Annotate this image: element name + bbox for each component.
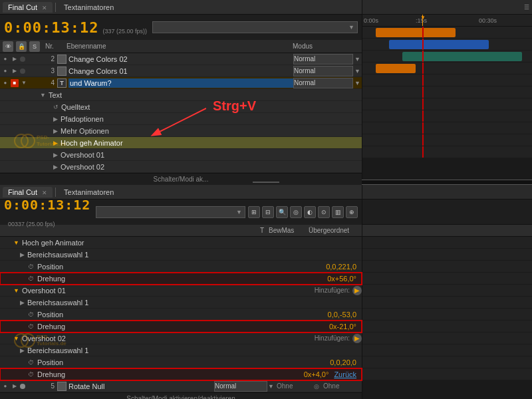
stopwatch-icon-drehung2[interactable]: ⏱ xyxy=(27,323,35,331)
stopwatch-icon-pos1[interactable]: ⏱ xyxy=(27,263,35,271)
visibility-icon-2[interactable]: ● xyxy=(1,55,9,63)
tl-playhead-top: ▼ xyxy=(422,15,423,26)
stopwatch-icon-drehung1[interactable]: ⏱ xyxy=(27,275,35,283)
tl-row-11 xyxy=(362,134,532,146)
expand-icon-2[interactable]: ▶ xyxy=(11,55,19,63)
tree-text-expand[interactable]: ▼ Text xyxy=(0,89,362,101)
stopwatch-icon-pos3[interactable]: ⏱ xyxy=(27,358,35,366)
bottom-fps-info: 00337 (25.00 fps) xyxy=(8,221,90,227)
toolbar-icon-eye[interactable]: 👁 xyxy=(3,41,13,52)
drehung2-label: Drehung xyxy=(37,323,303,331)
layer5-expand-icon[interactable]: ▶ xyxy=(11,382,19,390)
modus-select-4[interactable]: Normal xyxy=(293,78,353,88)
position3-value: 0,0,20,0 xyxy=(303,358,356,366)
layer-row-3[interactable]: ● ▶ 3 Change Colors 01 Normal ▼ xyxy=(0,65,362,77)
bt-icon-2[interactable]: ⊟ xyxy=(262,206,274,218)
anim-bereich3[interactable]: ▶ Bereichsauswahl 1 xyxy=(0,344,362,356)
hinzu2-button[interactable]: ▶ xyxy=(352,334,362,343)
timeline-settings-icon[interactable]: ☰ xyxy=(524,4,529,11)
layer-row-2[interactable]: ● ▶ 2 Change Colors 02 Normal ▼ xyxy=(0,53,362,65)
tl-marker-11 xyxy=(422,146,424,158)
anim-hoch-geh-header[interactable]: ▼ Hoch geh Animator xyxy=(0,237,362,249)
layer5-modus-select[interactable]: Normal xyxy=(214,381,267,392)
expand-icon-4[interactable]: ▼ xyxy=(20,79,28,87)
layer-name-2: Change Colors 02 xyxy=(68,55,293,63)
color-icon-2[interactable] xyxy=(20,57,25,62)
tl-row-5 xyxy=(362,63,532,74)
tab-close-icon[interactable]: ✕ xyxy=(42,5,47,11)
bt-icon-1[interactable]: ⊞ xyxy=(248,206,260,218)
position1-value: 0,0,221,0 xyxy=(303,263,356,271)
bottom-search-input[interactable] xyxy=(99,209,236,216)
search-input[interactable] xyxy=(156,24,348,31)
layer5-visibility-icon[interactable]: ● xyxy=(1,382,9,390)
stopwatch-icon-pos2[interactable]: ⏱ xyxy=(27,311,35,319)
anim-overshoot2-header[interactable]: ▼ Overshoot 02 Hinzufügen: ▶ xyxy=(0,332,362,344)
bt-icon-8[interactable]: ⊕ xyxy=(346,206,358,218)
anim-position2[interactable]: ⏱ Position 0,0,-53,0 xyxy=(0,309,362,321)
toolbar-icon-lock[interactable]: 🔒 xyxy=(16,41,27,52)
bottom-search-bar[interactable]: ▼ xyxy=(96,206,245,218)
color-swatch-4[interactable]: ■ xyxy=(11,79,19,87)
layer-nr-3: 3 xyxy=(41,67,55,74)
anim-position3[interactable]: ⏱ Position 0,0,20,0 xyxy=(0,356,362,368)
bottom-tab-close-icon[interactable]: ✕ xyxy=(42,190,47,196)
tl-row-7 xyxy=(362,86,532,98)
anim-bereich2[interactable]: ▶ Bereichsauswahl 1 xyxy=(0,297,362,309)
stopwatch-icon-drehung3[interactable]: ⏱ xyxy=(27,370,35,378)
tree-overshoot02[interactable]: ▶ Overshoot 02 xyxy=(0,161,362,173)
layer5-ohne2-label: Ohne xyxy=(321,382,360,390)
tree-hoch-geh-animator[interactable]: ▶ Hoch geh Animator xyxy=(0,137,362,149)
modus-arrow-2: ▼ xyxy=(354,56,360,63)
col-t-bottom: T xyxy=(255,227,269,234)
bt-icon-6[interactable]: ⊙ xyxy=(318,206,330,218)
bt-icon-4[interactable]: ◎ xyxy=(290,206,302,218)
divider-handle[interactable] xyxy=(253,182,279,183)
tree-overshoot02-label: Overshoot 02 xyxy=(61,163,104,171)
layer-row-4[interactable]: ● ■ ▼ 4 T und Warum? Normal ▼ xyxy=(0,77,362,89)
bottom-layer-row-5[interactable]: ● ▶ 5 Rotate Null Normal ▼ Ohne ◎ Ohne xyxy=(0,380,362,392)
bt-icon-3[interactable]: 🔍 xyxy=(276,206,288,218)
expand-icon-3[interactable]: ▶ xyxy=(11,67,19,75)
tl-row-6 xyxy=(362,74,532,86)
anim-drehung2[interactable]: ⏱ Drehung 0x-21,0° xyxy=(0,321,362,332)
visibility-icon-4[interactable]: ● xyxy=(1,79,9,87)
bt-row-10 xyxy=(362,344,532,356)
tl-marker-3 xyxy=(422,51,424,62)
bt-row-3 xyxy=(362,261,532,273)
layer5-nr: 5 xyxy=(41,382,55,390)
anim-bereich1[interactable]: ▶ Bereichsauswahl 1 xyxy=(0,249,362,261)
bottom-search-dropdown[interactable]: ▼ xyxy=(236,209,242,215)
anim-drehung3[interactable]: ⏱ Drehung 0x+4,0° Zurück xyxy=(0,368,362,380)
bottom-timecode-display: 0:00:13:12 xyxy=(4,197,90,213)
top-status-text: Schalter/Modi ak... xyxy=(154,176,209,183)
top-timeline: ☰ 0:00s :15s 00:30s ▼ xyxy=(362,0,532,180)
overshoot1-expand-icon: ▼ xyxy=(13,287,19,294)
zuruck-link[interactable]: Zurück xyxy=(334,370,356,378)
anim-overshoot1-header[interactable]: ▼ Overshoot 01 Hinzufügen: ▶ xyxy=(0,285,362,297)
layer5-controls: ● ▶ xyxy=(1,382,41,390)
search-bar[interactable]: ▼ xyxy=(152,21,358,33)
hinzu1-button[interactable]: ▶ xyxy=(352,286,362,295)
hoch-geh-animator-label: Hoch geh Animator xyxy=(22,239,362,247)
drehung3-label: Drehung xyxy=(37,370,275,378)
search-dropdown-icon[interactable]: ▼ xyxy=(348,24,354,31)
anim-drehung1[interactable]: ⏱ Drehung 0x+56,0° xyxy=(0,273,362,285)
tab-textanimatoren[interactable]: Textanimatoren xyxy=(59,2,119,13)
modus-select-2[interactable]: Normal xyxy=(293,54,353,65)
visibility-icon-3[interactable]: ● xyxy=(1,67,9,75)
tree-overshoot01[interactable]: ▶ Overshoot 01 xyxy=(0,149,362,161)
toolbar-icon-solo[interactable]: S xyxy=(29,41,40,52)
tl-marker-5 xyxy=(422,74,424,86)
anim-position1[interactable]: ⏱ Position 0,0,221,0 xyxy=(0,261,362,273)
color-icon-3[interactable] xyxy=(20,68,25,74)
bottom-tab-final-cut[interactable]: Final Cut ✕ xyxy=(3,187,53,198)
col-uber-bottom: Übergeordnet xyxy=(309,227,362,234)
col-nr-header: Nr. xyxy=(45,43,64,50)
modus-select-3[interactable]: Normal xyxy=(293,66,353,76)
bottom-tab-textanimatoren[interactable]: Textanimatoren xyxy=(59,187,119,198)
tree-hoch-geh-label: Hoch geh Animator xyxy=(61,139,123,147)
bt-icon-5[interactable]: ◐ xyxy=(304,206,316,218)
bt-icon-7[interactable]: ▥ xyxy=(332,206,344,218)
tab-final-cut[interactable]: Final Cut ✕ xyxy=(3,2,53,13)
